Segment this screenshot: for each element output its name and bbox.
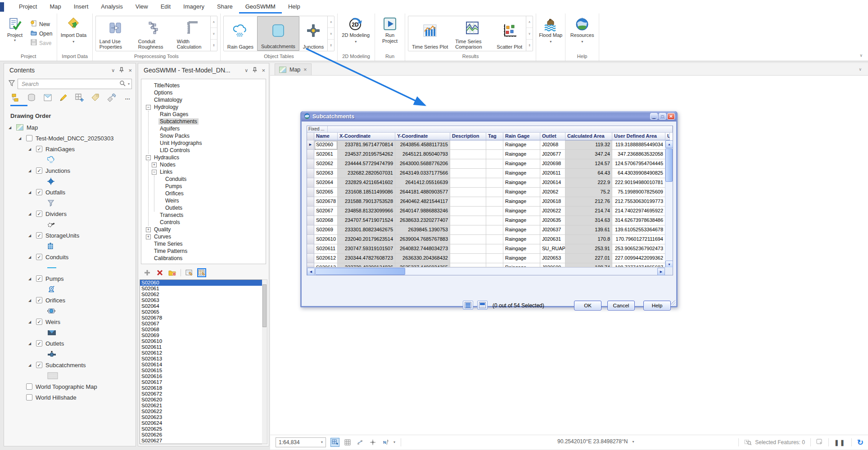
table-cell-name[interactable]: S020611 xyxy=(314,244,338,254)
table-cell-name[interactable]: S02065 xyxy=(314,188,338,197)
table-cell-description[interactable] xyxy=(450,140,486,150)
search-icon[interactable] xyxy=(119,80,126,88)
run-project-button[interactable]: Run Project xyxy=(377,14,403,53)
rain-gages-button[interactable]: Rain Gages xyxy=(224,16,257,51)
outfall-symbol[interactable] xyxy=(4,198,136,208)
maximize-button[interactable]: □ xyxy=(659,113,666,120)
table-cell-x-coordinate[interactable]: 231608.18511499086 xyxy=(338,188,395,197)
pin-icon[interactable] xyxy=(253,67,257,73)
table-cell-name[interactable]: S020613 xyxy=(314,263,338,267)
column-header-y-coordinate[interactable]: Y-Coordinate xyxy=(395,133,450,140)
tree-item-title-notes[interactable]: Title/Notes xyxy=(143,82,266,89)
expander-icon[interactable]: ◢ xyxy=(9,126,13,130)
list-item-s020623[interactable]: S020623 xyxy=(140,414,267,420)
snapping-grid-icon[interactable] xyxy=(75,93,85,103)
table-cell-calculated-area[interactable]: 212.76 xyxy=(565,197,612,207)
table-cell-x-coordinate[interactable]: 232729.40300134826 xyxy=(338,263,395,267)
table-cell-user-defined-area[interactable]: 253.90652367902473 xyxy=(612,244,665,254)
layer-item-outlets[interactable]: ◢✓Outlets xyxy=(4,338,136,349)
table-cell-y-coordinate[interactable]: 2643856.4588117315 xyxy=(395,140,450,150)
expander-icon[interactable]: ◢ xyxy=(28,277,33,281)
dialog-title-bar[interactable]: Subcatchments ▁ □ ✕ xyxy=(302,111,676,122)
list-item-s020678[interactable]: S020678 xyxy=(140,315,267,321)
list-item-s02061[interactable]: S02061 xyxy=(140,286,267,292)
tree-item-nodes[interactable]: +Nodes xyxy=(149,161,266,168)
column-header-u[interactable]: U xyxy=(665,133,670,140)
menu-view[interactable]: View xyxy=(129,0,154,14)
data-source-icon[interactable] xyxy=(27,93,37,103)
list-item-s02067[interactable]: S02067 xyxy=(140,321,267,327)
table-cell-calculated-area[interactable]: 253.91 xyxy=(565,244,612,254)
table-cell-outlet[interactable]: J020698 xyxy=(540,159,565,169)
tree-item-hydraulics[interactable]: −Hydraulics xyxy=(143,154,266,161)
table-cell-y-coordinate[interactable]: 2635337.4406024365 xyxy=(395,263,450,267)
table-cell-user-defined-area[interactable]: 124.57067954704445 xyxy=(612,159,665,169)
2d-modeling-button[interactable]: 2D 2D Modeling ▾ xyxy=(339,14,372,53)
table-cell-y-coordinate[interactable]: 2641412.05516639 xyxy=(395,178,450,188)
expand-icon[interactable]: + xyxy=(146,227,151,232)
minimize-button[interactable]: ▁ xyxy=(650,113,658,120)
table-cell-outlet[interactable]: J020614 xyxy=(540,178,565,188)
column-header-rain-gage[interactable]: Rain Gage xyxy=(503,133,540,140)
table-cell-tag[interactable] xyxy=(486,188,503,197)
pin-icon[interactable] xyxy=(119,67,124,73)
layer-item-world-hillshade[interactable]: World Hillshade xyxy=(4,392,136,403)
table-cell-calculated-area[interactable]: 347.24 xyxy=(565,150,612,159)
table-cell-calculated-area[interactable]: 170.8 xyxy=(565,235,612,244)
snapping-toggle-icon[interactable] xyxy=(330,438,339,447)
table-cell-calculated-area[interactable]: 124.57 xyxy=(565,159,612,169)
divider-symbol[interactable] xyxy=(4,219,136,230)
table-cell-name[interactable]: S02069 xyxy=(314,225,338,235)
north-arrow-icon[interactable]: N xyxy=(381,438,390,447)
table-cell-outlet[interactable]: J020622 xyxy=(540,207,565,216)
table-cell-user-defined-area[interactable]: 212.75530630199773 xyxy=(612,197,665,207)
conduit-roughness-button[interactable]: Conduit Roughness xyxy=(135,16,173,51)
row-indicator[interactable] xyxy=(307,263,314,267)
land-use-properties-button[interactable]: Land Use Properties xyxy=(96,16,135,51)
table-cell-name[interactable]: S02067 xyxy=(314,207,338,216)
save-button[interactable]: Save xyxy=(31,39,52,47)
list-item-s020618[interactable]: S020618 xyxy=(140,385,267,391)
open-table-button[interactable] xyxy=(197,268,206,277)
table-cell-calculated-area[interactable]: 108.74 xyxy=(565,263,612,267)
table-cell-tag[interactable] xyxy=(486,169,503,178)
layer-item-conduits[interactable]: ◢✓Conduits xyxy=(4,252,136,262)
table-cell-x-coordinate[interactable]: 234537.20195754262 xyxy=(338,150,395,159)
row-indicator[interactable] xyxy=(307,244,314,254)
menu-insert[interactable]: Insert xyxy=(68,0,95,14)
list-item-s020628[interactable]: S020628 xyxy=(140,444,267,444)
table-cell-outlet[interactable]: J020637 xyxy=(540,225,565,235)
scroll-left-icon[interactable]: ◀ xyxy=(307,268,315,275)
row-indicator[interactable] xyxy=(307,150,314,159)
map-tab-close-icon[interactable]: × xyxy=(303,67,307,73)
tree-item-lid-controls[interactable]: LID Controls xyxy=(149,147,266,154)
layer-checkbox[interactable]: ✓ xyxy=(36,254,42,260)
list-scrollbar-thumb[interactable] xyxy=(262,284,267,327)
row-indicator[interactable] xyxy=(307,159,314,169)
table-cell-y-coordinate[interactable]: 2638633.2320277407 xyxy=(395,216,450,225)
search-dropdown-icon[interactable]: ▾ xyxy=(128,82,130,86)
expander-icon[interactable]: ◢ xyxy=(28,320,33,324)
list-item-s020624[interactable]: S020624 xyxy=(140,420,267,426)
list-item-s020621[interactable]: S020621 xyxy=(140,403,267,409)
table-cell-user-defined-area[interactable]: 170.79601272111694 xyxy=(612,235,665,244)
delete-object-button[interactable] xyxy=(155,268,164,277)
layer-checkbox[interactable]: ✓ xyxy=(36,232,42,238)
table-cell-rain-gage[interactable]: Raingage xyxy=(503,169,540,178)
scroll-more-icon[interactable]: ⇕ xyxy=(328,40,334,51)
list-item-s02069[interactable]: S02069 xyxy=(140,333,267,338)
tree-item-subcatchments[interactable]: Subcatchments xyxy=(149,118,266,125)
expand-icon[interactable]: + xyxy=(152,162,157,167)
menu-help[interactable]: Help xyxy=(282,0,307,14)
table-cell-rain-gage[interactable]: Raingage xyxy=(503,188,540,197)
menu-geoswmm[interactable]: GeoSWMM xyxy=(239,0,282,14)
list-item-s02064[interactable]: S02064 xyxy=(140,303,267,309)
table-cell-user-defined-area[interactable]: 108.73774274865607 xyxy=(612,263,665,267)
panel-menu-icon[interactable]: ∨ xyxy=(111,68,115,73)
layer-checkbox[interactable] xyxy=(26,135,32,141)
refresh-icon[interactable]: ↻ xyxy=(857,438,863,447)
table-cell-user-defined-area[interactable]: 64.43039908490825 xyxy=(612,169,665,178)
delete-all-button[interactable] xyxy=(168,268,177,277)
table-cell-x-coordinate[interactable]: 234707.54719071524 xyxy=(338,216,395,225)
table-cell-name[interactable]: S02062 xyxy=(314,159,338,169)
